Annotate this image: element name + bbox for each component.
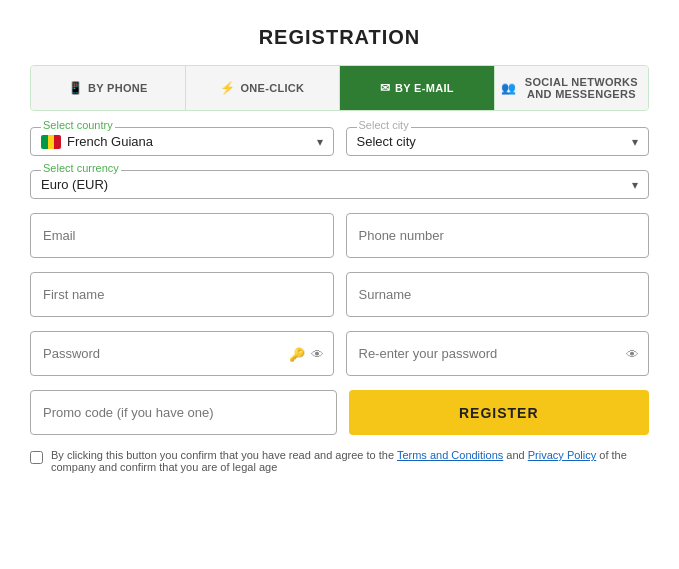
- people-icon: 👥: [501, 81, 516, 95]
- phone-input[interactable]: [346, 213, 650, 258]
- privacy-policy-link[interactable]: Privacy Policy: [528, 449, 596, 461]
- surname-input[interactable]: [346, 272, 650, 317]
- country-select-wrap: French Guiana: [41, 134, 323, 149]
- page-title: REGISTRATION: [30, 26, 649, 49]
- tab-by-phone[interactable]: 📱 BY PHONE: [31, 66, 186, 110]
- terms-text: By clicking this button you confirm that…: [51, 449, 649, 473]
- currency-select-wrap: Euro (EUR): [41, 177, 638, 192]
- password-row: 🔑 👁 👁: [30, 331, 649, 376]
- currency-select[interactable]: Euro (EUR): [41, 177, 638, 192]
- terms-row: By clicking this button you confirm that…: [30, 449, 649, 473]
- key-icon: 🔑: [289, 346, 305, 361]
- country-city-row: Select country French Guiana ▾ Select ci…: [30, 127, 649, 156]
- password-wrap: 🔑 👁: [30, 331, 334, 376]
- password-icons: 🔑 👁: [289, 346, 324, 361]
- eye-slash-icon[interactable]: 👁: [311, 346, 324, 361]
- currency-row: Select currency Euro (EUR) ▾: [30, 170, 649, 199]
- first-name-input[interactable]: [30, 272, 334, 317]
- tab-social[interactable]: 👥 SOCIAL NETWORKS AND MESSENGERS: [495, 66, 649, 110]
- city-select-wrap: Select city: [357, 134, 639, 149]
- email-input[interactable]: [30, 213, 334, 258]
- reenter-password-input[interactable]: [346, 331, 650, 376]
- city-label: Select city: [357, 119, 411, 131]
- terms-conditions-link[interactable]: Terms and Conditions: [397, 449, 503, 461]
- currency-select-group: Select currency Euro (EUR) ▾: [30, 170, 649, 199]
- lightning-icon: ⚡: [220, 81, 235, 95]
- country-select-group: Select country French Guiana ▾: [30, 127, 334, 156]
- promo-register-row: REGISTER: [30, 390, 649, 435]
- country-label: Select country: [41, 119, 115, 131]
- reenter-password-wrap: 👁: [346, 331, 650, 376]
- tab-by-email[interactable]: ✉ BY E-MAIL: [340, 66, 495, 110]
- promo-input[interactable]: [30, 390, 337, 435]
- phone-icon: 📱: [68, 81, 83, 95]
- email-icon: ✉: [380, 81, 390, 95]
- terms-checkbox[interactable]: [30, 451, 43, 464]
- name-row: [30, 272, 649, 317]
- country-select[interactable]: French Guiana: [67, 134, 323, 149]
- reenter-password-icons: 👁: [626, 346, 639, 361]
- registration-tabs: 📱 BY PHONE ⚡ ONE-CLICK ✉ BY E-MAIL 👥 SOC…: [30, 65, 649, 111]
- email-phone-row: [30, 213, 649, 258]
- eye-slash-icon-2[interactable]: 👁: [626, 346, 639, 361]
- tab-one-click[interactable]: ⚡ ONE-CLICK: [186, 66, 341, 110]
- city-select[interactable]: Select city: [357, 134, 639, 149]
- currency-label: Select currency: [41, 162, 121, 174]
- register-button[interactable]: REGISTER: [349, 390, 650, 435]
- registration-container: REGISTRATION 📱 BY PHONE ⚡ ONE-CLICK ✉ BY…: [10, 10, 669, 493]
- flag-icon: [41, 135, 61, 149]
- city-select-group: Select city Select city ▾: [346, 127, 650, 156]
